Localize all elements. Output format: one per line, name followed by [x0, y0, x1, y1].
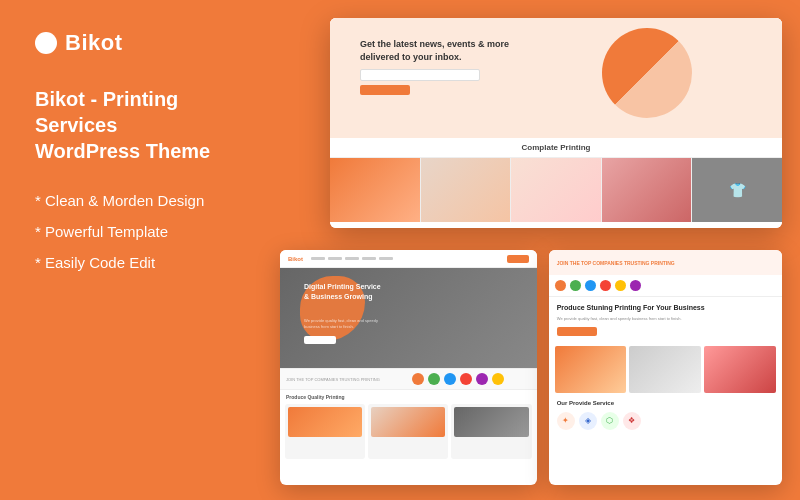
- br-service-icon-2: ◈: [579, 412, 597, 430]
- bl-nav-link-2: [328, 257, 342, 260]
- br-partner-icon-4: [600, 280, 611, 291]
- br-main-title: Produce Stuning Printing For Your Busine…: [557, 303, 774, 313]
- screenshots-bottom: Bikot Digital Printing Service & Busines…: [280, 250, 782, 485]
- bl-partner-icon-2: [428, 373, 440, 385]
- feature-1: * Clean & Morden Design: [35, 192, 240, 209]
- br-cta: [557, 327, 597, 336]
- bl-hero: Digital Printing Service & Business Grow…: [280, 268, 537, 368]
- bl-hero-title: Digital Printing Service & Business Grow…: [304, 282, 384, 302]
- bl-nav-link-5: [379, 257, 393, 260]
- bl-partner-icon-5: [476, 373, 488, 385]
- bl-hero-sub: We provide quality fast, clean and speed…: [304, 318, 384, 330]
- screenshot-top-thumbnails: 👕: [330, 157, 782, 222]
- br-partner-icon-3: [585, 280, 596, 291]
- bl-card-img-3: [454, 407, 528, 437]
- logo-icon: [35, 32, 57, 54]
- bl-partner-label: JOIN THE TOP COMPANIES TRUSTING PRINTING: [286, 377, 380, 382]
- title-block: Bikot - Printing Services WordPress Them…: [35, 86, 240, 164]
- screenshot-top-inner: Get the latest news, events & more deliv…: [330, 18, 782, 228]
- screenshot-hero-btn: [360, 85, 410, 95]
- thumbnail-4: [602, 158, 693, 222]
- bl-card-1: [285, 404, 365, 459]
- screenshot-top-hero: Get the latest news, events & more deliv…: [330, 18, 782, 138]
- br-service-icon-4: ❖: [623, 412, 641, 430]
- thumbnail-3: [511, 158, 602, 222]
- bl-partner-icon-1: [412, 373, 424, 385]
- left-panel: Bikot Bikot - Printing Services WordPres…: [0, 0, 270, 500]
- screenshot-bottom-right[interactable]: JOIN THE TOP COMPANIES TRUSTING PRINTING…: [549, 250, 782, 485]
- screenshot-top-text: Get the latest news, events & more deliv…: [360, 38, 540, 95]
- br-sub: We provide quality fast, clean and speed…: [557, 316, 774, 322]
- br-image-row: [549, 342, 782, 397]
- logo-area: Bikot: [35, 30, 240, 56]
- bl-partner-icon-4: [460, 373, 472, 385]
- bl-cards: [280, 404, 537, 459]
- bl-card-3: [451, 404, 531, 459]
- br-img-1: [555, 346, 627, 393]
- bl-nav-links: [311, 257, 393, 260]
- feature-2: * Powerful Template: [35, 223, 240, 240]
- bl-hero-cta: [304, 336, 336, 344]
- br-partner-icon-1: [555, 280, 566, 291]
- br-service-icon-1: ✦: [557, 412, 575, 430]
- main-container: Bikot Bikot - Printing Services WordPres…: [0, 0, 800, 500]
- br-top-label: JOIN THE TOP COMPANIES TRUSTING PRINTING: [557, 260, 675, 266]
- bl-nav-link-4: [362, 257, 376, 260]
- bl-partner-icons: [385, 373, 531, 385]
- br-partner-icon-5: [615, 280, 626, 291]
- br-partner-icon-2: [570, 280, 581, 291]
- thumbnail-1: [330, 158, 421, 222]
- br-service-label: Our Provide Service: [549, 397, 782, 409]
- features-list: * Clean & Morden Design * Powerful Templ…: [35, 192, 240, 271]
- thumbnail-2: [421, 158, 512, 222]
- br-title-area: Produce Stuning Printing For Your Busine…: [549, 297, 782, 342]
- product-title: Bikot - Printing Services WordPress Them…: [35, 86, 240, 164]
- br-partner-icon-6: [630, 280, 641, 291]
- screenshot-top-circle: [602, 28, 692, 118]
- bl-card-img-1: [288, 407, 362, 437]
- br-service-icons: ✦ ◈ ⬡ ❖: [549, 409, 782, 433]
- bl-nav: Bikot: [280, 250, 537, 268]
- br-img-3: [704, 346, 776, 393]
- bl-partner-row: JOIN THE TOP COMPANIES TRUSTING PRINTING: [280, 368, 537, 390]
- bl-nav-link-1: [311, 257, 325, 260]
- brand-name: Bikot: [65, 30, 123, 56]
- bl-partner-icon-6: [492, 373, 504, 385]
- br-partner-row: [549, 275, 782, 297]
- bl-section-label: Produce Quality Printing: [280, 390, 537, 404]
- br-img-2: [629, 346, 701, 393]
- thumbnail-5: 👕: [692, 158, 782, 222]
- screenshot-top-label: Complate Printing: [330, 138, 782, 157]
- bl-card-2: [368, 404, 448, 459]
- feature-3: * Easily Code Edit: [35, 254, 240, 271]
- bl-card-img-2: [371, 407, 445, 437]
- screenshot-hero-input: [360, 69, 480, 81]
- screenshot-bottom-left[interactable]: Bikot Digital Printing Service & Busines…: [280, 250, 537, 485]
- br-top: JOIN THE TOP COMPANIES TRUSTING PRINTING: [549, 250, 782, 275]
- right-panel: Get the latest news, events & more deliv…: [270, 0, 800, 500]
- bl-partner-icon-3: [444, 373, 456, 385]
- screenshot-top[interactable]: Get the latest news, events & more deliv…: [330, 18, 782, 228]
- br-service-icon-3: ⬡: [601, 412, 619, 430]
- bl-nav-logo: Bikot: [288, 256, 303, 262]
- bl-nav-btn: [507, 255, 529, 263]
- bl-nav-link-3: [345, 257, 359, 260]
- screenshot-hero-title: Get the latest news, events & more deliv…: [360, 38, 540, 63]
